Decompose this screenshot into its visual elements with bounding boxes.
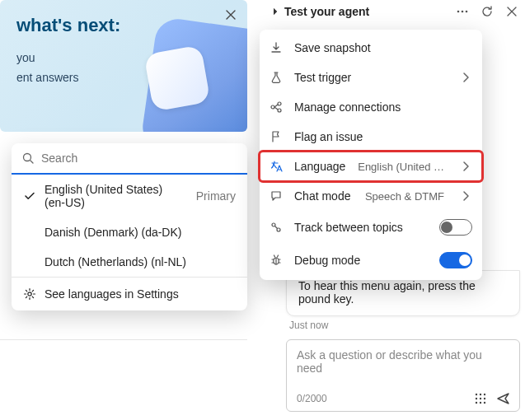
chevron-right-icon [459, 160, 472, 173]
keypad-icon[interactable] [473, 391, 488, 406]
track-icon [270, 221, 284, 234]
chat-header: Test your agent [270, 0, 525, 23]
svg-point-0 [24, 154, 31, 161]
chat-header-title: Test your agent [284, 5, 448, 18]
svg-point-5 [476, 394, 477, 395]
menu-label: Track between topics [294, 221, 403, 234]
toggle-track[interactable] [439, 219, 472, 236]
language-search-input[interactable] [41, 152, 237, 165]
chevron-right-icon [459, 71, 472, 84]
svg-point-16 [278, 109, 281, 112]
banner-decor-chip [143, 44, 210, 111]
composer-placeholder: Ask a question or describe what you need [297, 348, 482, 375]
test-agent-menu: Save snapshot Test trigger Manage connec… [260, 30, 482, 280]
svg-point-12 [480, 402, 481, 404]
check-icon [23, 189, 36, 203]
menu-chat-mode[interactable]: Chat mode Speech & DTMF [260, 181, 482, 211]
menu-save-snapshot[interactable]: Save snapshot [260, 33, 482, 63]
more-icon[interactable] [456, 5, 469, 18]
language-option-label: English (United States) (en-US) [45, 183, 185, 209]
flag-icon [270, 130, 284, 143]
chevron-right-icon [459, 189, 472, 203]
caret-right-icon[interactable] [271, 7, 279, 16]
menu-label: Language [294, 160, 345, 173]
whats-next-banner: what's next: you ent answers [0, 0, 247, 132]
svg-point-18 [277, 228, 280, 231]
refresh-icon[interactable] [480, 5, 494, 18]
language-primary-badge: Primary [196, 189, 236, 203]
search-icon [21, 152, 35, 165]
svg-point-14 [271, 105, 274, 109]
menu-language[interactable]: Language English (United … [260, 152, 482, 181]
menu-label: Debug mode [294, 254, 360, 267]
chat-composer[interactable]: Ask a question or describe what you need… [286, 339, 520, 412]
svg-point-6 [480, 394, 481, 395]
menu-label: Test trigger [294, 71, 351, 84]
language-icon [270, 160, 284, 173]
bug-icon [270, 254, 284, 267]
menu-label: Flag an issue [294, 130, 363, 143]
close-icon[interactable] [224, 8, 237, 21]
download-icon [270, 41, 284, 54]
svg-point-11 [476, 402, 477, 404]
divider [0, 339, 247, 340]
language-dropdown: English (United States) (en-US) Primary … [12, 143, 247, 310]
language-option-label: Danish (Denmark) (da-DK) [45, 226, 181, 239]
composer-counter: 0/2000 [297, 393, 327, 404]
svg-point-2 [457, 11, 460, 13]
svg-point-8 [476, 398, 477, 399]
language-option-nl-nl[interactable]: Dutch (Netherlands) (nl-NL) [12, 247, 247, 277]
language-option-label: Dutch (Netherlands) (nl-NL) [45, 255, 186, 268]
send-icon[interactable] [496, 391, 511, 406]
menu-track-topics[interactable]: Track between topics [260, 211, 482, 244]
menu-manage-connections[interactable]: Manage connections [260, 92, 482, 122]
menu-label: Save snapshot [294, 41, 371, 54]
svg-point-13 [484, 402, 485, 404]
language-option-da-dk[interactable]: Danish (Denmark) (da-DK) [12, 217, 247, 247]
svg-point-4 [466, 11, 468, 13]
flask-icon [270, 71, 284, 84]
settings-link-label: See languages in Settings [45, 287, 179, 301]
close-icon[interactable] [505, 5, 518, 18]
chat-timestamp: Just now [289, 320, 525, 331]
menu-test-trigger[interactable]: Test trigger [260, 63, 482, 92]
menu-label: Manage connections [294, 100, 401, 114]
gear-icon [23, 287, 36, 301]
svg-point-1 [28, 292, 31, 296]
menu-debug-mode[interactable]: Debug mode [260, 244, 482, 277]
svg-point-3 [462, 11, 464, 13]
see-languages-settings[interactable]: See languages in Settings [12, 278, 247, 310]
svg-point-15 [278, 102, 281, 105]
svg-point-7 [484, 394, 485, 395]
svg-point-9 [480, 398, 481, 399]
menu-value: Speech & DTMF [365, 190, 444, 203]
language-option-en-us[interactable]: English (United States) (en-US) Primary [12, 175, 247, 217]
svg-point-17 [272, 223, 275, 226]
menu-flag-issue[interactable]: Flag an issue [260, 122, 482, 152]
test-agent-panel: Test your agent To hear this menu again,… [270, 0, 525, 420]
svg-point-10 [484, 398, 485, 399]
menu-label: Chat mode [294, 189, 350, 203]
language-search[interactable] [12, 143, 247, 175]
connections-icon [270, 100, 284, 114]
menu-value: English (United … [358, 161, 444, 173]
chat-icon [270, 189, 284, 203]
toggle-debug[interactable] [439, 252, 472, 268]
